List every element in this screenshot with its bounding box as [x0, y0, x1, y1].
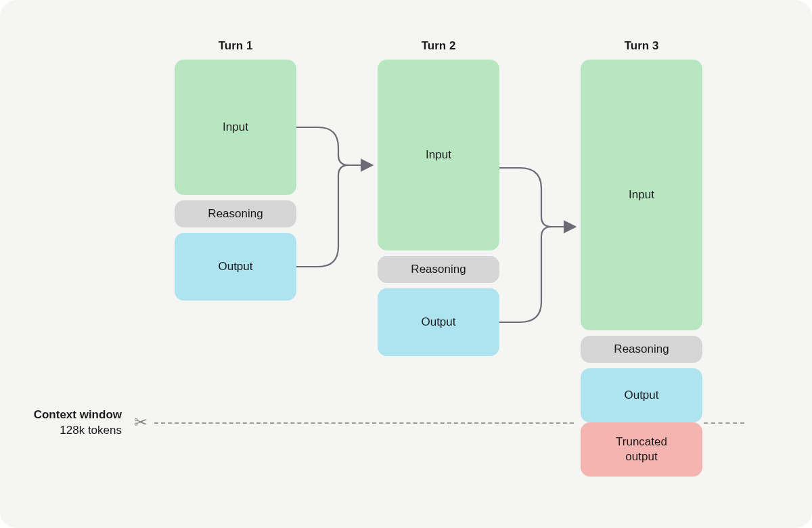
arrow-turn1-input-to-turn2 — [296, 127, 371, 165]
turn2-reasoning-block: Reasoning — [378, 256, 499, 283]
arrow-turn1-output-to-turn2 — [296, 165, 348, 267]
turn3-input-block: Input — [581, 60, 702, 330]
turn3-header: Turn 3 — [581, 39, 702, 53]
context-window-title: Context window — [0, 408, 122, 423]
turn1-header: Turn 1 — [175, 39, 296, 53]
turn3-truncated-block: Truncated output — [581, 422, 702, 477]
turn1-output-block: Output — [175, 233, 296, 301]
turn3-reasoning-block: Reasoning — [581, 336, 702, 363]
context-window-line — [154, 422, 574, 424]
truncated-label: Truncated output — [616, 435, 667, 464]
turn3-output-block: Output — [581, 368, 702, 422]
diagram-frame: Turn 1 Turn 2 Turn 3 Input Reasoning Out… — [0, 0, 812, 528]
arrow-turn2-input-to-turn3 — [499, 168, 574, 227]
turn2-input-block: Input — [378, 60, 499, 250]
context-window-line-right — [704, 422, 744, 424]
context-window-subtitle: 128k tokens — [0, 423, 122, 439]
turn1-reasoning-block: Reasoning — [175, 200, 296, 227]
turn2-header: Turn 2 — [378, 39, 499, 53]
scissors-icon: ✂ — [134, 413, 148, 432]
turn1-input-block: Input — [175, 60, 296, 195]
arrow-turn2-output-to-turn3 — [499, 227, 551, 322]
context-window-label: Context window 128k tokens — [0, 408, 122, 439]
turn2-output-block: Output — [378, 288, 499, 356]
